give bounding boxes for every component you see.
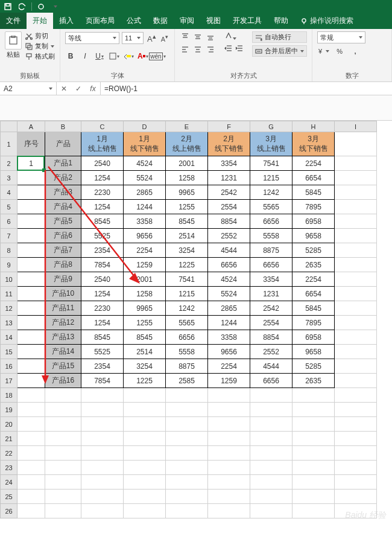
touch-mode-button[interactable] [36,1,46,12]
cell-seq[interactable] [17,171,45,185]
row-header-21[interactable]: 21 [1,432,17,446]
column-header-D[interactable]: D [124,121,166,132]
cell[interactable] [292,403,335,417]
cell-prod[interactable]: 产品10 [45,287,81,301]
cell-value[interactable]: 1244 [208,316,250,330]
cell-value[interactable]: 2552 [208,229,250,243]
cell[interactable] [250,388,292,403]
cell[interactable] [208,432,250,446]
cell-value[interactable]: 5565 [166,316,208,330]
cell[interactable] [335,156,377,171]
row-header-19[interactable]: 19 [1,403,17,417]
cell-value[interactable]: 1231 [208,171,250,185]
cell[interactable] [335,475,377,490]
cell-value[interactable]: 2254 [292,272,335,287]
cell-value[interactable]: 1254 [81,200,124,214]
cell[interactable] [335,345,377,359]
cell[interactable] [335,330,377,345]
cell[interactable] [45,388,81,403]
cell-value[interactable]: 7854 [81,258,124,272]
cell[interactable] [166,388,208,403]
row-header-18[interactable]: 18 [1,388,17,403]
cell-value[interactable]: 2865 [124,185,166,200]
table-header-cell[interactable]: 产品 [45,132,81,156]
cell-prod[interactable]: 产品15 [45,359,81,374]
cell-seq[interactable] [17,374,45,388]
cell[interactable] [45,461,81,475]
orientation-button[interactable] [224,31,244,42]
increase-font-button[interactable]: A▴ [146,31,157,45]
cell[interactable] [45,432,81,446]
row-header-5[interactable]: 5 [1,200,17,214]
cell[interactable] [292,504,335,518]
cell-value[interactable]: 3254 [166,243,208,258]
cell[interactable] [335,287,377,301]
cell-value[interactable]: 5558 [250,229,292,243]
cell[interactable] [124,475,166,490]
cell-value[interactable]: 2001 [166,156,208,171]
cell[interactable] [81,490,124,504]
qat-customize-button[interactable] [50,1,61,12]
cell-seq[interactable] [17,316,45,330]
table-header-cell[interactable]: 1月线下销售 [124,132,166,156]
tab-dev[interactable]: 开发工具 [227,13,268,29]
cell[interactable] [292,461,335,475]
cell-value[interactable]: 6958 [292,330,335,345]
row-header-14[interactable]: 14 [1,330,17,345]
cell[interactable] [250,446,292,461]
cell-value[interactable]: 4524 [208,272,250,287]
cell[interactable] [208,417,250,432]
cell[interactable] [208,388,250,403]
cell-value[interactable]: 5524 [208,287,250,301]
cell[interactable] [208,490,250,504]
cell[interactable] [166,475,208,490]
tab-help[interactable]: 帮助 [268,13,294,29]
cell-value[interactable]: 2540 [81,156,124,171]
cell-value[interactable]: 2354 [81,359,124,374]
cell-prod[interactable]: 产品16 [45,374,81,388]
cell-prod[interactable]: 产品9 [45,272,81,287]
cell[interactable] [335,446,377,461]
cell-prod[interactable]: 产品1 [45,156,81,171]
underline-button[interactable]: U▾ [94,51,105,62]
cell-value[interactable]: 6654 [292,171,335,185]
cell-value[interactable]: 2230 [81,185,124,200]
cell-value[interactable]: 5525 [81,345,124,359]
cell[interactable] [17,388,45,403]
insert-function-button[interactable]: fx [86,85,100,93]
column-header-G[interactable]: G [250,121,292,132]
cell[interactable] [335,359,377,374]
cell-seq[interactable] [17,229,45,243]
cell[interactable] [250,432,292,446]
cell[interactable] [208,504,250,518]
align-right-button[interactable] [205,44,216,55]
cell-seq[interactable] [17,359,45,374]
cell-value[interactable]: 9656 [124,229,166,243]
row-header-25[interactable]: 25 [1,490,17,504]
cell[interactable] [335,374,377,388]
cell-value[interactable]: 8875 [166,359,208,374]
row-header-12[interactable]: 12 [1,301,17,316]
cell-value[interactable]: 5524 [124,171,166,185]
cell-value[interactable]: 8545 [124,330,166,345]
increase-indent-button[interactable] [235,44,244,54]
cell[interactable] [335,403,377,417]
cell-seq[interactable] [17,258,45,272]
column-header-F[interactable]: F [208,121,250,132]
cell[interactable] [166,432,208,446]
row-header-23[interactable]: 23 [1,461,17,475]
cell-value[interactable]: 2001 [124,272,166,287]
cell-value[interactable]: 2230 [81,301,124,316]
row-header-9[interactable]: 9 [1,258,17,272]
cell-value[interactable]: 1259 [208,374,250,388]
spreadsheet-grid[interactable]: ABCDEFGHI 1序号产品1月线上销售1月线下销售2月线上销售2月线下销售3… [0,121,392,539]
cell-value[interactable]: 7541 [166,272,208,287]
decrease-indent-button[interactable] [224,44,233,54]
cell[interactable] [250,504,292,518]
cell-value[interactable]: 3254 [124,359,166,374]
cell-value[interactable]: 2542 [250,301,292,316]
row-header-13[interactable]: 13 [1,316,17,330]
cell-value[interactable]: 7854 [81,374,124,388]
cell-value[interactable]: 4524 [124,156,166,171]
cell-value[interactable]: 9658 [292,229,335,243]
